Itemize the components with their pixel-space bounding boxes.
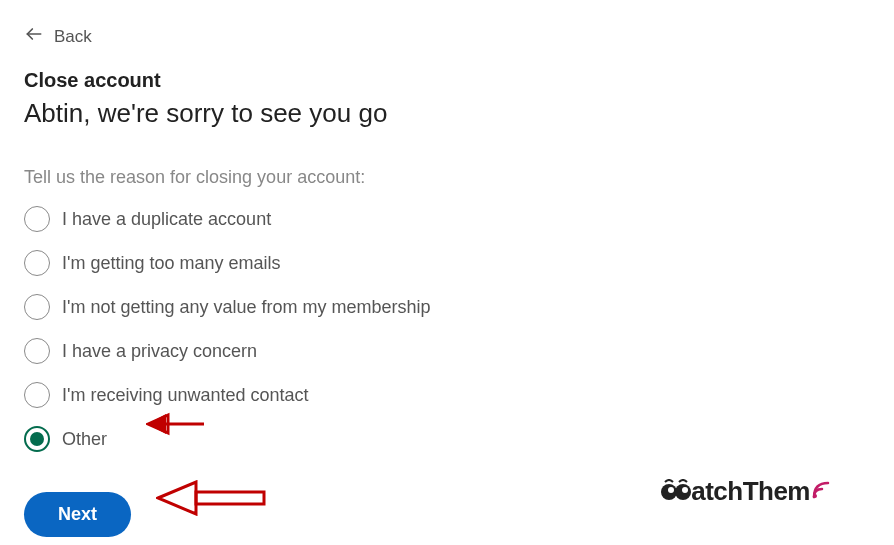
reason-options: I have a duplicate account I'm getting t… [24,206,894,452]
next-button-label: Next [58,504,97,524]
close-account-title: Close account [24,69,894,92]
radio-icon [24,382,50,408]
svg-point-8 [668,487,674,493]
radio-icon [24,426,50,452]
reason-option-label: I'm getting too many emails [62,253,281,274]
reason-prompt: Tell us the reason for closing your acco… [24,167,894,188]
radio-icon [24,338,50,364]
svg-point-9 [682,487,688,493]
svg-marker-5 [158,482,196,514]
next-button[interactable]: Next [24,492,131,537]
svg-rect-4 [196,492,264,504]
reason-option-duplicate[interactable]: I have a duplicate account [24,206,894,232]
reason-option-label: I have a privacy concern [62,341,257,362]
radio-icon [24,294,50,320]
arrow-left-icon [24,24,44,49]
signal-icon [812,479,834,504]
watermark-text: atchThem [691,476,810,507]
radio-icon [24,206,50,232]
reason-option-other[interactable]: Other [24,426,894,452]
reason-option-label: I'm receiving unwanted contact [62,385,309,406]
back-label: Back [54,27,92,47]
back-button[interactable]: Back [24,24,92,49]
reason-option-label: I have a duplicate account [62,209,271,230]
reason-option-unwanted[interactable]: I'm receiving unwanted contact [24,382,894,408]
reason-option-label: Other [62,429,107,450]
annotation-arrow-icon [156,480,266,516]
eyes-icon [659,479,693,505]
reason-option-label: I'm not getting any value from my member… [62,297,431,318]
watermark-logo: atchThem [659,476,834,507]
reason-option-emails[interactable]: I'm getting too many emails [24,250,894,276]
radio-icon [24,250,50,276]
header-section: Close account Abtin, we're sorry to see … [24,69,894,129]
sorry-title: Abtin, we're sorry to see you go [24,98,894,129]
reason-option-value[interactable]: I'm not getting any value from my member… [24,294,894,320]
reason-option-privacy[interactable]: I have a privacy concern [24,338,894,364]
svg-point-10 [813,494,817,498]
